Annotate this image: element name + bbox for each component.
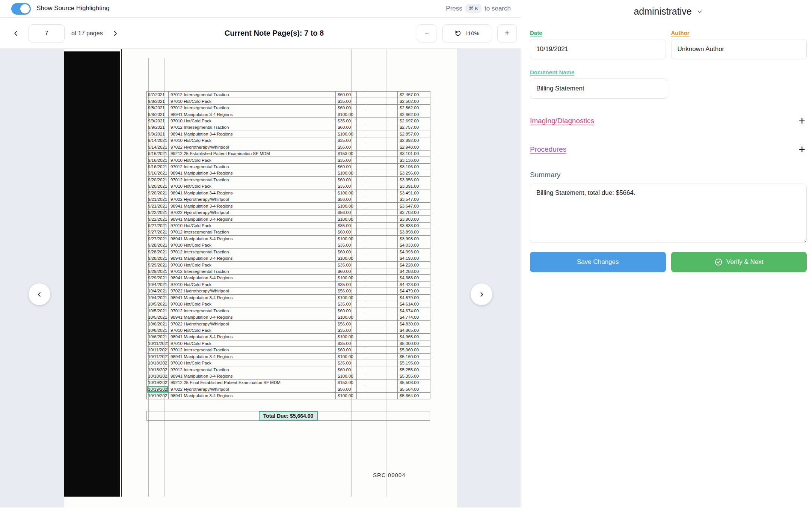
zoom-out-button[interactable]: − — [417, 24, 436, 42]
billing-table-row: 9/21/2021 97022 Hydrotherapy/Whirlpool $… — [147, 196, 430, 203]
page-navigation: of 17 pages — [11, 18, 121, 49]
date-input[interactable] — [530, 39, 666, 59]
procedures-section: Procedures + — [530, 144, 807, 155]
summary-textarea[interactable]: Billing Statement, total due: $5664. — [530, 184, 807, 243]
zoom-reset-button[interactable]: 110% — [442, 24, 491, 42]
search-hint-suffix: to search — [484, 5, 511, 12]
plus-icon: + — [798, 143, 805, 155]
billing-table-row: 9/20/2021 98941 Manipulation 3-4 Regions… — [147, 190, 430, 196]
zoom-level-label: 110% — [465, 30, 479, 36]
billing-table-row: 10/19/2021 97022 Hydrotherapy/Whirlpool … — [147, 386, 430, 392]
minus-icon: − — [424, 29, 429, 38]
date-label: Date — [530, 30, 666, 36]
scanned-page: 9/7/2021 97012 Intersegmental Traction $… — [64, 49, 457, 507]
billing-table-row: 10/19/2021 98941 Manipulation 3-4 Region… — [147, 393, 430, 399]
meta-fields: Date Author — [530, 30, 807, 59]
next-page-button[interactable] — [110, 28, 121, 39]
document-type-dropdown[interactable]: administrative — [530, 6, 807, 17]
zoom-in-button[interactable]: + — [497, 24, 517, 42]
billing-table-row: 9/22/2021 98941 Manipulation 3-4 Regions… — [147, 216, 430, 222]
billing-table-row: 9/9/2021 98941 Manipulation 3-4 Regions … — [147, 131, 430, 137]
imaging-diagnostics-link[interactable]: Imaging/Diagnostics — [530, 117, 594, 125]
billing-table-row: 10/4/2021 98941 Manipulation 3-4 Regions… — [147, 294, 430, 301]
billing-table-row: 10/18/2021 98941 Manipulation 3-4 Region… — [147, 373, 430, 379]
viewer-topbar: Show Source Highlighting Press ⌘ K to se… — [0, 0, 521, 18]
billing-table-row: 9/16/2021 97010 Hot/Cold Pack $35.00 $3,… — [147, 157, 430, 163]
billing-table-row: 10/11/2021 98941 Manipulation 3-4 Region… — [147, 353, 430, 360]
chevron-left-icon — [36, 291, 43, 298]
billing-table-row: 9/29/2021 97010 Hot/Cold Pack $35.00 $4,… — [147, 262, 430, 268]
document-name-field-block: Document Name — [530, 69, 668, 99]
total-due-row: Total Due: $5,664.00 — [146, 411, 430, 421]
verify-next-button[interactable]: Verify & Next — [671, 252, 807, 272]
chevron-left-icon — [13, 30, 20, 37]
billing-table-row: 9/21/2021 98941 Manipulation 3-4 Regions… — [147, 203, 430, 209]
billing-table-row: 10/5/2021 97010 Hot/Cold Pack $35.00 $4,… — [147, 301, 430, 307]
billing-table-row: 9/20/2021 97012 Intersegmental Traction … — [147, 176, 430, 183]
add-imaging-button[interactable]: + — [797, 115, 807, 126]
scan-black-edge — [64, 51, 120, 497]
billing-table-row: 9/16/2021 99212.25 Established Patient E… — [147, 150, 430, 157]
billing-table-row: 9/8/2021 98941 Manipulation 3-4 Regions … — [147, 111, 430, 117]
billing-table-row: 9/7/2021 97012 Intersegmental Traction $… — [147, 92, 430, 98]
billing-table-row: 10/11/2021 97012 Intersegmental Traction… — [147, 347, 430, 353]
document-name-label: Document Name — [530, 69, 668, 75]
billing-table-row: 9/16/2021 98941 Manipulation 3-4 Regions… — [147, 170, 430, 176]
billing-table-row: 9/14/2021 97022 Hydrotherapy/Whirlpool $… — [147, 144, 430, 150]
billing-table-row: 9/16/2021 97012 Intersegmental Traction … — [147, 163, 430, 170]
document-region: Show Source Highlighting Press ⌘ K to se… — [0, 0, 521, 512]
viewer-toolbar: of 17 pages Current Note Page(s): 7 to 8… — [0, 18, 521, 49]
author-field-block: Author — [671, 30, 807, 59]
billing-table-row: 9/8/2021 97012 Intersegmental Traction $… — [147, 104, 430, 111]
billing-table-body: 9/7/2021 97012 Intersegmental Traction $… — [147, 92, 430, 399]
billing-table-row: 10/5/2021 97012 Intersegmental Traction … — [147, 307, 430, 314]
billing-table-row: 10/6/2021 98941 Manipulation 3-4 Regions… — [147, 334, 430, 340]
chevron-right-icon — [112, 30, 119, 37]
author-input[interactable] — [671, 39, 807, 59]
billing-table-row: 10/4/2021 97022 Hydrotherapy/Whirlpool $… — [147, 288, 430, 294]
billing-table-row: 9/20/2021 97010 Hot/Cold Pack $35.00 $3,… — [147, 183, 430, 190]
summary-label: Summary — [530, 171, 807, 179]
previous-page-button[interactable] — [11, 28, 22, 39]
reset-zoom-icon — [454, 30, 462, 37]
next-document-button[interactable] — [471, 283, 492, 305]
billing-table-row: 9/9/2021 97012 Intersegmental Traction $… — [147, 124, 430, 131]
billing-table-row: 10/4/2021 97010 Hot/Cold Pack $35.00 $4,… — [147, 281, 430, 288]
billing-table-row: 10/18/2021 97010 Hot/Cold Pack $35.00 $5… — [147, 360, 430, 366]
plus-icon: + — [798, 114, 805, 127]
scan-margin-line — [121, 49, 122, 497]
imaging-diagnostics-section: Imaging/Diagnostics + — [530, 115, 807, 126]
toggle-knob — [20, 4, 30, 14]
billing-table-row: 10/5/2021 98941 Manipulation 3-4 Regions… — [147, 314, 430, 320]
document-viewer: 9/7/2021 97012 Intersegmental Traction $… — [0, 49, 521, 507]
page-number-input[interactable] — [29, 24, 65, 42]
billing-table-row: 10/6/2021 97010 Hot/Cold Pack $35.00 $4,… — [147, 327, 430, 333]
previous-document-button[interactable] — [29, 283, 50, 305]
document-type-value: administrative — [634, 6, 691, 17]
check-circle-icon — [714, 258, 723, 266]
source-highlighting-label: Show Source Highlighting — [36, 5, 110, 12]
chevron-down-icon — [696, 8, 703, 15]
document-name-input[interactable] — [530, 78, 668, 99]
save-changes-button[interactable]: Save Changes — [530, 252, 666, 272]
billing-table-row: 10/6/2021 97022 Hydrotherapy/Whirlpool $… — [147, 321, 430, 327]
plus-icon: + — [505, 29, 509, 38]
chevron-right-icon — [478, 291, 485, 298]
billing-table-row: 9/27/2021 97010 Hot/Cold Pack $35.00 $3,… — [147, 222, 430, 229]
action-buttons: Save Changes Verify & Next — [530, 252, 807, 272]
zoom-controls: − 110% + — [417, 18, 517, 49]
search-hint: Press ⌘ K to search — [446, 4, 511, 13]
date-field-block: Date — [530, 30, 666, 59]
billing-table-row: 10/19/2021 99212.25 Final Established Pa… — [147, 379, 430, 386]
billing-table-row: 9/29/2021 98941 Manipulation 3-4 Regions… — [147, 275, 430, 281]
annotation-panel: administrative Date Author Document Name… — [521, 0, 812, 512]
billing-table-row: 9/28/2021 97010 Hot/Cold Pack $35.00 $4,… — [147, 242, 430, 248]
billing-table-row: 10/11/2021 97010 Hot/Cold Pack $35.00 $5… — [147, 340, 430, 346]
search-hint-prefix: Press — [446, 5, 462, 12]
author-label: Author — [671, 30, 807, 36]
billing-table: 9/7/2021 97012 Intersegmental Traction $… — [146, 91, 430, 399]
procedures-link[interactable]: Procedures — [530, 145, 566, 154]
total-due-highlight: Total Due: $5,664.00 — [259, 411, 318, 420]
source-highlighting-toggle[interactable] — [11, 3, 31, 15]
add-procedure-button[interactable]: + — [797, 144, 807, 155]
